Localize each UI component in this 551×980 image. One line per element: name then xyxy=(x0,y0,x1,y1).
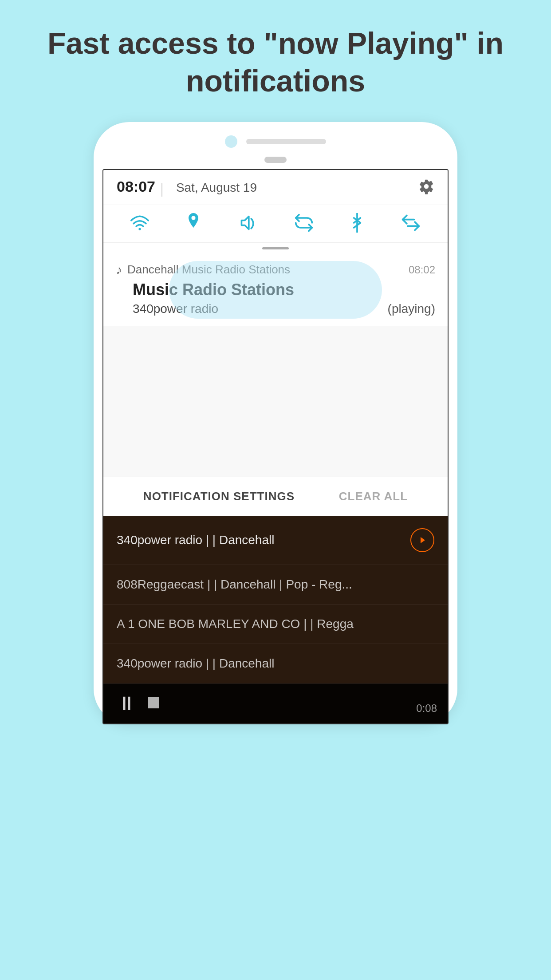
play-button[interactable] xyxy=(410,528,434,552)
phone-top xyxy=(102,135,449,148)
quick-settings-row xyxy=(103,205,448,243)
radio-list-item[interactable]: A 1 ONE BOB MARLEY AND CO | | Regga xyxy=(103,605,448,644)
pause-button[interactable]: ⏸ xyxy=(117,692,136,715)
svg-marker-1 xyxy=(241,216,248,229)
notification-title: Music Radio Stations xyxy=(116,281,435,299)
notification-area: ♪ Dancehall Music Radio Stations 08:02 M… xyxy=(103,254,448,516)
status-bar-left: 08:07 Sat, August 19 xyxy=(117,178,257,197)
radio-item-label: 808Reggaecast | | Dancehall | Pop - Reg.… xyxy=(117,577,434,592)
player-bar: ⏸ ⏹ 0:08 xyxy=(103,684,448,723)
phone-screen: 08:07 Sat, August 19 xyxy=(102,169,449,724)
radio-item-label: 340power radio | | Dancehall xyxy=(117,656,434,671)
music-note-icon: ♪ xyxy=(116,263,122,277)
clear-all-button[interactable]: CLEAR ALL xyxy=(339,490,408,503)
stop-button[interactable]: ⏹ xyxy=(145,692,163,715)
location-icon[interactable] xyxy=(185,213,201,234)
gear-icon[interactable] xyxy=(418,178,434,196)
notification-item[interactable]: ♪ Dancehall Music Radio Stations 08:02 M… xyxy=(103,254,448,326)
radio-app-content: 340power radio | | Dancehall 808Reggaeca… xyxy=(103,516,448,723)
player-controls: ⏸ ⏹ xyxy=(117,692,163,715)
radio-list-item[interactable]: 340power radio | | Dancehall xyxy=(103,516,448,565)
wifi-icon[interactable] xyxy=(130,215,149,233)
status-bar: 08:07 Sat, August 19 xyxy=(103,170,448,205)
radio-list: 340power radio | | Dancehall 808Reggaeca… xyxy=(103,516,448,684)
notification-footer: NOTIFICATION SETTINGS CLEAR ALL xyxy=(103,477,448,516)
notification-header: ♪ Dancehall Music Radio Stations 08:02 xyxy=(116,263,435,277)
svg-point-0 xyxy=(139,228,141,230)
status-date: Sat, August 19 xyxy=(176,181,257,194)
sound-icon[interactable] xyxy=(238,214,258,233)
phone-speaker xyxy=(246,139,326,144)
notification-settings-button[interactable]: NOTIFICATION SETTINGS xyxy=(143,490,295,503)
phone-home-button xyxy=(264,157,287,163)
notification-playing-status: (playing) xyxy=(388,302,435,316)
notification-empty-space xyxy=(103,326,448,477)
radio-item-label: 340power radio | | Dancehall xyxy=(117,533,410,547)
drag-handle xyxy=(103,243,448,254)
notification-station: 340power radio xyxy=(133,302,218,316)
drag-handle-bar xyxy=(262,247,289,249)
status-divider xyxy=(161,183,162,197)
sync-icon[interactable] xyxy=(294,213,314,234)
bluetooth-icon[interactable] xyxy=(350,213,364,234)
notification-app-name: Dancehall Music Radio Stations xyxy=(127,263,403,277)
phone-wrapper: 08:07 Sat, August 19 xyxy=(0,122,551,724)
notification-time: 08:02 xyxy=(409,264,435,276)
radio-list-item[interactable]: 808Reggaecast | | Dancehall | Pop - Reg.… xyxy=(103,565,448,605)
notification-subtitle: 340power radio (playing) xyxy=(116,302,435,316)
radio-list-item[interactable]: 340power radio | | Dancehall xyxy=(103,644,448,684)
data-transfer-icon[interactable] xyxy=(401,213,421,234)
header-section: Fast access to "now Playing" in notifica… xyxy=(0,0,551,113)
phone-frame: 08:07 Sat, August 19 xyxy=(94,122,457,724)
radio-item-label: A 1 ONE BOB MARLEY AND CO | | Regga xyxy=(117,617,434,631)
status-time: 08:07 xyxy=(117,178,155,195)
phone-camera xyxy=(225,135,237,148)
header-title: Fast access to "now Playing" in notifica… xyxy=(44,24,507,100)
svg-marker-5 xyxy=(421,537,425,543)
player-time: 0:08 xyxy=(416,702,437,715)
